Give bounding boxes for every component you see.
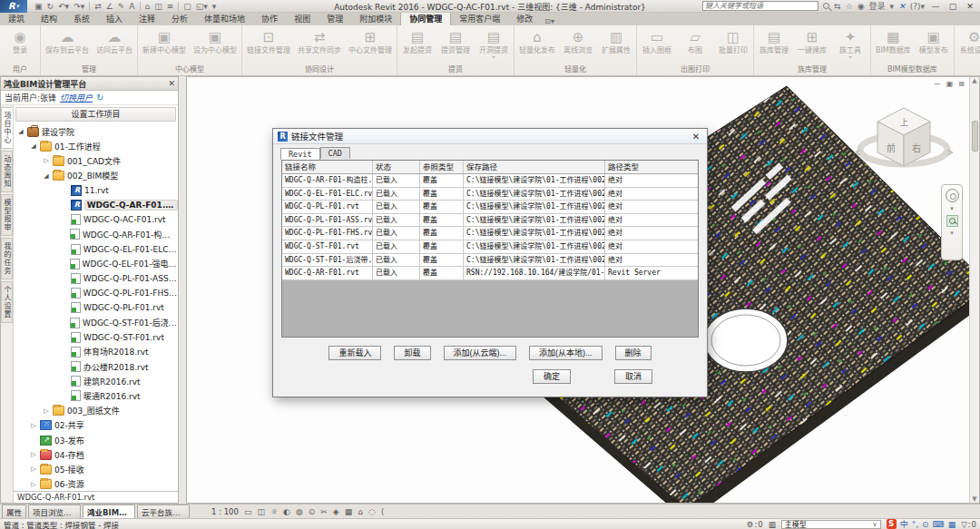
tree-item-file[interactable]: 11.rvt xyxy=(14,183,178,198)
tab-hongye-bim[interactable]: 鸿业BIM设计管... xyxy=(83,505,135,519)
shadows-icon[interactable]: ◐ xyxy=(283,507,290,516)
submission-management-button[interactable]: 提资管理 xyxy=(437,27,474,55)
punctuation-icon[interactable]: °, xyxy=(912,520,918,529)
default-3d-view-icon[interactable]: ⌂ xyxy=(145,2,151,11)
ribbon-tab-architecture[interactable]: 建筑 xyxy=(0,11,33,25)
tree-item-file[interactable]: 建筑R2016.rvt xyxy=(14,374,178,388)
scale-label[interactable]: 1 : 100 xyxy=(211,507,239,516)
visual-style-icon[interactable]: ◫ xyxy=(257,507,265,516)
login-button[interactable]: 登录 xyxy=(2,27,38,55)
visit-cloud-button[interactable]: 访问云平台 xyxy=(93,27,135,55)
tree-item-file[interactable]: WDGC-Q-ST-F01.rvt xyxy=(14,330,178,345)
help-icon[interactable]: (?)▾ xyxy=(910,2,925,11)
dimension-icon[interactable]: ∠ xyxy=(106,2,113,11)
expander-icon[interactable] xyxy=(30,422,37,429)
ribbon-tab-massing-site[interactable]: 体量和场地 xyxy=(196,11,253,25)
tree-item-file[interactable]: WDGC-Q-AR-F01-构造柱.rvt xyxy=(14,227,178,241)
autodesk-exchange-x-icon[interactable]: ✕ xyxy=(898,2,906,11)
dropdown-icon[interactable]: ▾ xyxy=(890,2,895,11)
tree-item-cad-files[interactable]: 001_CAD文件 xyxy=(14,153,178,168)
reload-button[interactable]: 重新载入 xyxy=(328,346,381,360)
measure-icon[interactable]: ⇄ xyxy=(94,2,102,11)
table-row[interactable]: WDGC-Q-ST-F01.rvt已载入覆盖C:\链接模型\建设学院\01-工作… xyxy=(282,240,698,254)
tab-revit[interactable]: Revit xyxy=(280,148,320,160)
tree-item-file[interactable]: WDGC-Q-EL-F01-ELC.rvt xyxy=(14,242,178,257)
favorites-star-icon[interactable]: ☆ xyxy=(846,2,853,11)
vtab-personal-settings[interactable]: 个人设置 xyxy=(1,281,13,323)
expander-icon[interactable] xyxy=(30,481,37,488)
tree-item-file-selected[interactable]: WDGC-Q-AR-F01.rvt xyxy=(14,198,178,212)
undo-icon[interactable]: ↶▾ xyxy=(58,2,69,11)
tree-item-drawing-files[interactable]: 003_图纸文件 xyxy=(14,404,178,418)
emoji-icon[interactable]: ⊙ xyxy=(922,520,929,529)
table-row[interactable]: WDGC-Q-PL-F01.rvt已载入覆盖C:\链接模型\建设学院\01-工作… xyxy=(282,201,698,214)
chevron-down-icon[interactable]: ▾ xyxy=(950,205,954,212)
worksets-icon[interactable]: ▥ xyxy=(769,520,776,529)
sogou-icon[interactable]: S xyxy=(887,519,897,529)
tree-item-publish[interactable]: 03-发布 xyxy=(14,433,178,447)
restore-button[interactable]: ▢ xyxy=(946,2,959,11)
add-from-local-button[interactable]: 添加(从本地)... xyxy=(529,346,603,360)
tree-item-bim-models[interactable]: 002_BIM模型 xyxy=(14,169,178,183)
switch-windows-icon[interactable]: ◱▾ xyxy=(196,2,208,11)
vtab-model-review[interactable]: 模型报审 xyxy=(1,194,13,236)
active-workset-select[interactable]: 主模型∨ xyxy=(781,520,881,529)
ribbon-tab-common-client[interactable]: 常用客户端 xyxy=(451,11,508,25)
sheet-layout-button[interactable]: 布图 xyxy=(677,27,713,55)
model-line-icon[interactable]: ✎ xyxy=(118,2,125,11)
toolbox-icon[interactable]: ▦ xyxy=(948,520,956,529)
tree-item-file[interactable]: 办公楼R2018.rvt xyxy=(14,359,178,374)
table-row[interactable]: WDGC-Q-PL-F01-ASS.rvt已载入覆盖C:\链接模型\建设学院\0… xyxy=(282,214,698,228)
ribbon-tab-systems[interactable]: 系统 xyxy=(65,11,98,25)
minimize-button[interactable]: — xyxy=(929,2,942,11)
ribbon-tab-manage[interactable]: 管理 xyxy=(318,11,351,25)
insert-titleblock-button[interactable]: 插入图框 xyxy=(639,27,675,55)
tab-project-browser[interactable]: 项目浏览器 - W... xyxy=(28,505,81,519)
expander-icon[interactable] xyxy=(43,172,50,180)
customize-qat-icon[interactable]: ▾ xyxy=(212,2,217,11)
section-icon[interactable]: ◫ xyxy=(154,2,162,11)
expander-icon[interactable] xyxy=(17,128,24,135)
ribbon-tab-add-ins[interactable]: 附加模块 xyxy=(351,11,400,25)
col-reference-type[interactable]: 参照类型 xyxy=(420,161,464,173)
opening-submission-button[interactable]: 开洞提资▾ xyxy=(475,27,512,60)
extended-properties-button[interactable]: 扩展属性 xyxy=(598,27,634,55)
render-icon[interactable]: ◍ xyxy=(296,507,303,516)
close-button[interactable]: ✕ xyxy=(964,2,976,11)
col-status[interactable]: 状态 xyxy=(373,161,420,173)
thin-lines-icon[interactable]: ≡ xyxy=(167,2,174,11)
add-from-cloud-button[interactable]: 添加(从云端)... xyxy=(444,346,517,360)
scroll-down-icon[interactable]: ▼ xyxy=(972,495,976,503)
lock-view-icon[interactable]: ◈ xyxy=(333,507,339,516)
col-save-path[interactable]: 保存路径 xyxy=(464,161,605,173)
sync-icon[interactable]: ↻ xyxy=(47,2,54,11)
keyboard-icon[interactable]: ⌨ xyxy=(933,520,945,529)
dialog-title-bar[interactable]: R 链接文件管理 ✕ xyxy=(273,129,707,144)
filter-badge[interactable]: ▽:0 xyxy=(961,520,976,529)
table-row[interactable]: WDGC-Q-AR-F01-构造柱.rvt已载入覆盖C:\链接模型\建设学院\0… xyxy=(282,174,698,188)
tree-item-file[interactable]: WDGC-Q-PL-F01.rvt xyxy=(14,300,178,315)
reveal-hidden-icon[interactable]: ⌂ xyxy=(358,507,363,516)
view-cube[interactable]: 上 前 右 xyxy=(854,95,954,191)
family-library-button[interactable]: 族库管理 xyxy=(756,27,792,55)
search-icon[interactable] xyxy=(823,3,829,9)
revit-logo-icon[interactable]: R▾ xyxy=(0,0,27,13)
scroll-up-icon[interactable]: ▲ xyxy=(972,77,976,84)
central-file-management-button[interactable]: 中心文件管理 xyxy=(346,27,395,55)
bim-database-button[interactable]: BIM数据库 xyxy=(873,27,914,55)
language-toggle[interactable]: 中 xyxy=(900,518,908,529)
expander-icon[interactable] xyxy=(30,451,37,458)
save-to-cloud-button[interactable]: 保存到云平台 xyxy=(43,27,92,55)
refresh-icon[interactable]: ↻ xyxy=(96,93,103,103)
batch-print-button[interactable]: 批量打印 xyxy=(715,27,751,55)
sun-path-icon[interactable]: ☼ xyxy=(270,507,278,516)
table-row[interactable]: WDGC-Q-EL-F01-ELC.rvt已载入覆盖C:\链接模型\建设学院\0… xyxy=(282,188,698,201)
detail-level-icon[interactable]: ▭ xyxy=(244,507,252,516)
ribbon-tab-analyze[interactable]: 分析 xyxy=(163,11,196,25)
tree-item-shared[interactable]: 02-共享 xyxy=(14,418,178,433)
close-icon[interactable]: ✕ xyxy=(168,79,175,88)
ribbon-tab-view[interactable]: 视图 xyxy=(286,11,318,25)
tree-item-file[interactable]: WDGC-Q-EL-F01-强电点位.rvt xyxy=(14,257,178,271)
view-minimize-icon[interactable]: — xyxy=(934,80,941,88)
tree-item-receive[interactable]: 05-接收 xyxy=(14,462,178,476)
